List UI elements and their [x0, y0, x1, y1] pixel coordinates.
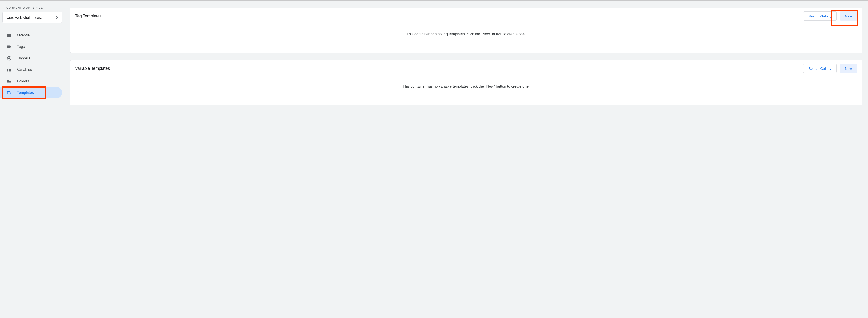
sidebar-item-variables[interactable]: Variables: [0, 64, 62, 75]
empty-state-text: This container has no variable templates…: [70, 75, 862, 105]
tag-templates-card: Tag Templates Search Gallery New This co…: [70, 7, 863, 53]
tag-icon: [6, 44, 12, 49]
folder-icon: [6, 78, 12, 84]
chevron-right-icon: [55, 16, 58, 19]
svg-point-1: [8, 57, 10, 59]
sidebar: CURRENT WORKSPACE Core Web Vitals meas..…: [0, 1, 64, 318]
main-content: Tag Templates Search Gallery New This co…: [64, 1, 868, 318]
variables-icon: [6, 67, 12, 72]
sidebar-item-overview[interactable]: Overview: [0, 30, 62, 41]
sidebar-item-label: Folders: [17, 79, 29, 83]
workspace-picker[interactable]: Core Web Vitals meas...: [2, 12, 62, 23]
svg-rect-2: [7, 70, 8, 71]
svg-rect-7: [10, 69, 11, 70]
workspace-section-label: CURRENT WORKSPACE: [0, 6, 64, 9]
search-gallery-button[interactable]: Search Gallery: [803, 11, 837, 21]
card-title: Variable Templates: [75, 66, 110, 71]
card-title: Tag Templates: [75, 14, 102, 19]
new-button[interactable]: New: [840, 64, 857, 73]
svg-rect-5: [7, 69, 8, 70]
sidebar-item-triggers[interactable]: Triggers: [0, 52, 62, 64]
svg-rect-4: [10, 70, 11, 71]
sidebar-item-label: Triggers: [17, 56, 30, 60]
new-button[interactable]: New: [840, 11, 857, 21]
search-gallery-button[interactable]: Search Gallery: [803, 64, 837, 73]
sidebar-item-folders[interactable]: Folders: [0, 75, 62, 87]
overview-icon: [6, 33, 12, 38]
empty-state-text: This container has no tag templates, cli…: [70, 23, 862, 53]
sidebar-item-label: Variables: [17, 68, 32, 72]
sidebar-item-label: Tags: [17, 45, 25, 49]
variable-templates-card: Variable Templates Search Gallery New Th…: [70, 60, 863, 105]
sidebar-item-tags[interactable]: Tags: [0, 41, 62, 52]
trigger-icon: [6, 56, 12, 61]
sidebar-nav: Overview Tags Triggers Variables: [0, 30, 64, 98]
sidebar-item-label: Templates: [17, 91, 34, 95]
workspace-name: Core Web Vitals meas...: [7, 15, 43, 20]
sidebar-item-templates[interactable]: Templates: [0, 87, 62, 98]
svg-rect-6: [9, 69, 10, 70]
template-icon: [6, 90, 12, 96]
svg-rect-3: [9, 70, 10, 71]
sidebar-item-label: Overview: [17, 33, 32, 37]
